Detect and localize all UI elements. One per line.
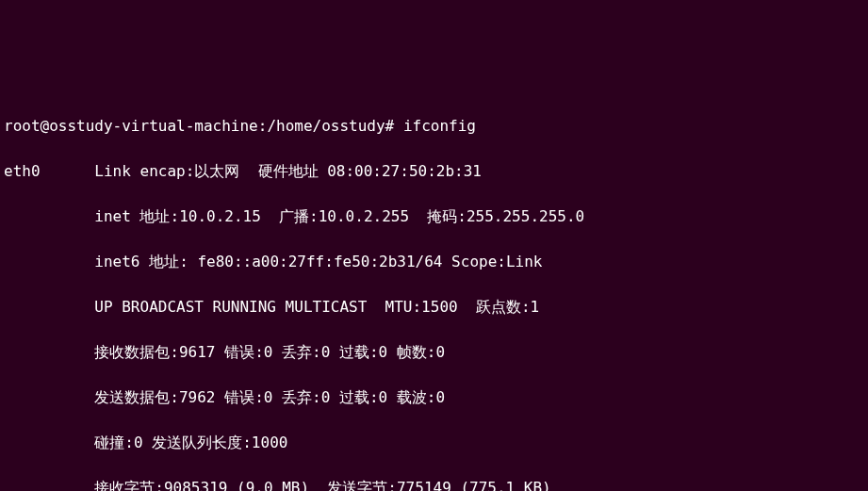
prompt-line[interactable]: root@osstudy-virtual-machine:/home/osstu…	[4, 115, 864, 138]
iface-detail: inet6 地址: fe80::a00:27ff:fe50:2b31/64 Sc…	[94, 253, 542, 270]
command-text: ifconfig	[403, 117, 476, 135]
iface-detail: inet 地址:10.0.2.15 广播:10.0.2.255 掩码:255.2…	[94, 207, 584, 225]
iface-line: 接收数据包:9617 错误:0 丢弃:0 过载:0 帧数:0	[4, 341, 864, 364]
iface-detail: Link encap:以太网 硬件地址 08:00:27:50:2b:31	[94, 162, 482, 180]
iface-line: inet6 地址: fe80::a00:27ff:fe50:2b31/64 Sc…	[4, 251, 864, 273]
iface-line: UP BROADCAST RUNNING MULTICAST MTU:1500 …	[4, 296, 864, 319]
iface-line: 碰撞:0 发送队列长度:1000	[4, 432, 864, 454]
iface-line: 发送数据包:7962 错误:0 丢弃:0 过载:0 载波:0	[4, 386, 864, 409]
terminal-output: root@osstudy-virtual-machine:/home/osstu…	[4, 92, 864, 491]
iface-line: eth0 Link encap:以太网 硬件地址 08:00:27:50:2b:…	[4, 160, 864, 183]
prompt-host: osstudy-virtual-machine	[49, 117, 258, 135]
iface-detail: 发送数据包:7962 错误:0 丢弃:0 过载:0 载波:0	[94, 388, 445, 406]
iface-line: 接收字节:9085319 (9.0 MB) 发送字节:775149 (775.1…	[4, 477, 864, 491]
iface-detail: 接收数据包:9617 错误:0 丢弃:0 过载:0 帧数:0	[94, 343, 445, 361]
iface-detail: 碰撞:0 发送队列长度:1000	[94, 434, 287, 451]
prompt-path: /home/osstudy	[267, 117, 385, 135]
iface-line: inet 地址:10.0.2.15 广播:10.0.2.255 掩码:255.2…	[4, 205, 864, 228]
prompt-user: root	[4, 117, 41, 135]
iface-detail: 接收字节:9085319 (9.0 MB) 发送字节:775149 (775.1…	[94, 479, 550, 491]
iface-detail: UP BROADCAST RUNNING MULTICAST MTU:1500 …	[94, 298, 539, 316]
iface-name: eth0	[4, 162, 41, 180]
prompt-symbol: #	[385, 117, 395, 135]
